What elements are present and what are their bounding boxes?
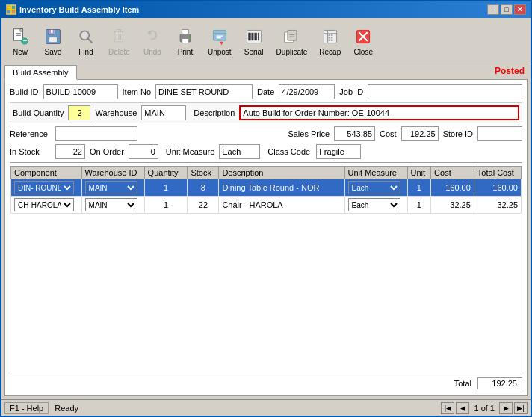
print-button[interactable]: Print [170,24,201,58]
component-select[interactable]: DIN- ROUND [14,181,74,194]
find-button[interactable]: Find [70,24,102,58]
find-label: Find [78,48,93,56]
tab-build-assembly[interactable]: Build Assembly [4,65,77,80]
tab-area: Build Assembly Posted [1,61,531,79]
job-id-label: Job ID [339,87,363,96]
row-in-stock: In Stock On Order Unit Measure Class Cod… [10,144,522,159]
total-row: Total 192.25 [10,376,522,391]
store-id-input[interactable] [477,126,522,141]
new-button[interactable]: + New [4,24,36,58]
recap-label: Recap [319,48,341,56]
reference-input[interactable] [55,126,137,141]
on-order-input[interactable] [129,144,158,159]
on-order-label: On Order [90,147,124,156]
unit-measure-select[interactable]: Each [348,181,400,194]
sales-price-label: Sales Price [288,129,330,138]
job-id-input[interactable] [368,84,522,99]
close-label: Close [353,48,373,56]
cell-warehouse-id[interactable]: MAIN [81,197,144,214]
item-no-input[interactable] [155,84,253,99]
table-row[interactable]: DIN- ROUND MAIN 1 8 Dining Table Round -… [11,179,522,197]
class-code-label: Class Code [267,147,310,156]
reference-label: Reference [10,129,51,138]
duplicate-button[interactable]: Duplicate [271,24,313,58]
description-input[interactable] [239,105,519,120]
svg-rect-26 [182,30,189,35]
nav-controls: |◀ ◀ 1 of 1 ▶ ▶| [441,402,528,414]
table-container: Component Warehouse ID Quantity Stock De… [10,162,522,371]
unit-measure-input[interactable] [219,144,260,159]
item-no-label: Item No [123,87,152,96]
svg-text:+: + [23,37,28,45]
unpost-button[interactable]: Unpost [202,24,237,58]
component-select[interactable]: CH-HAROLA [14,198,74,211]
undo-button[interactable]: Undo [137,24,168,58]
col-total-cost: Total Cost [474,167,521,179]
svg-rect-2 [7,10,10,13]
save-button[interactable]: Save [37,24,69,58]
recap-icon [320,26,341,47]
close-button[interactable]: ✕ [514,4,526,15]
main-content: Build ID Item No Date Job ID Build Quant… [4,79,528,396]
svg-rect-14 [51,30,53,34]
posted-status: Posted [495,66,528,79]
minimize-button[interactable]: ─ [487,4,499,15]
warehouse-label: Warehouse [95,108,137,117]
nav-first-button[interactable]: |◀ [441,402,454,414]
sales-price-input[interactable] [334,126,375,141]
cell-component[interactable]: DIN- ROUND [11,179,82,197]
help-button[interactable]: F1 - Help [4,402,49,414]
svg-rect-50 [331,34,333,37]
window-title: Inventory Build Assembly Item [19,5,139,14]
warehouse-select[interactable]: MAIN [85,198,137,211]
app-icon [6,4,16,15]
svg-rect-1 [12,6,15,9]
date-label: Date [257,87,274,96]
table-row[interactable]: CH-HAROLA MAIN 1 22 Chair - HAROLA Each … [11,197,522,214]
cell-warehouse-id[interactable]: MAIN [81,179,144,197]
recap-button[interactable]: Recap [314,24,346,58]
delete-button[interactable]: Delete [103,24,135,58]
svg-rect-51 [328,37,330,39]
build-id-input[interactable] [43,84,118,99]
nav-last-button[interactable]: ▶| [514,402,528,414]
save-label: Save [45,48,62,56]
serial-button[interactable]: Serial [238,24,270,58]
unit-measure-select[interactable]: Each [348,198,400,211]
cost-input[interactable] [401,126,439,141]
build-id-label: Build ID [10,87,39,96]
svg-rect-29 [213,30,226,40]
delete-icon [108,26,129,47]
svg-rect-20 [117,30,121,32]
cell-unit-measure[interactable]: Each [344,179,407,197]
row-build-id: Build ID Item No Date Job ID [10,84,522,99]
cell-component[interactable]: CH-HAROLA [11,197,82,214]
duplicate-icon [281,26,302,47]
print-icon [175,26,196,47]
warehouse-select[interactable]: MAIN [85,181,137,194]
cell-description: Chair - HAROLA [219,197,344,214]
close-toolbar-button[interactable]: Close [347,24,379,58]
svg-rect-27 [182,39,189,43]
delete-label: Delete [108,48,130,56]
svg-rect-49 [328,34,330,37]
build-qty-input[interactable] [68,105,90,120]
cell-unit-measure[interactable]: Each [344,197,407,214]
col-unit-measure: Unit Measure [344,167,407,179]
date-input[interactable] [279,84,335,99]
svg-line-16 [88,39,92,43]
svg-rect-54 [331,39,333,41]
in-stock-input[interactable] [55,144,85,159]
svg-rect-43 [288,30,297,40]
col-quantity: Quantity [144,167,188,179]
warehouse-input[interactable] [141,105,186,120]
cell-unit: 1 [407,179,431,197]
col-cost: Cost [431,167,474,179]
store-id-label: Store ID [443,129,473,138]
class-code-input[interactable] [316,144,361,159]
maximize-button[interactable]: □ [501,4,513,15]
components-table: Component Warehouse ID Quantity Stock De… [10,166,522,214]
svg-rect-13 [49,37,57,43]
nav-prev-button[interactable]: ◀ [456,402,469,414]
nav-next-button[interactable]: ▶ [499,402,513,414]
